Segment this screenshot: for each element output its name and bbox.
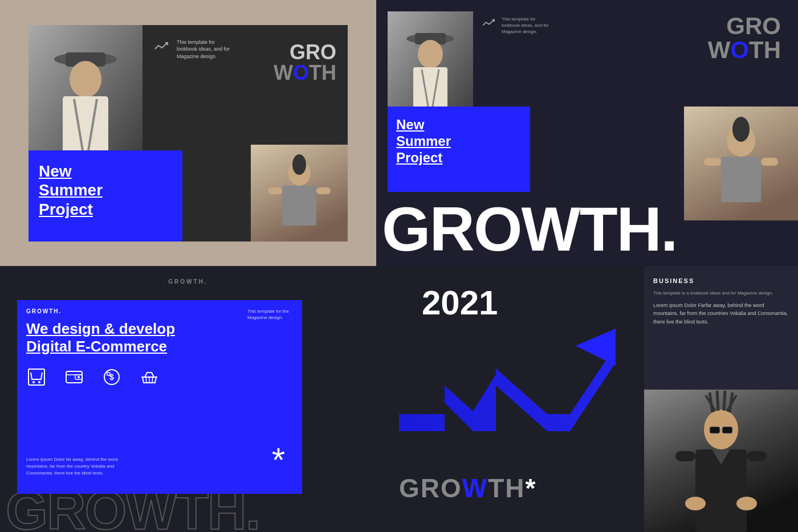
svg-line-45 <box>152 377 153 383</box>
svg-rect-56 <box>710 427 720 433</box>
growth-line2: WOTH <box>274 63 336 83</box>
svg-rect-15 <box>268 187 282 194</box>
q2-trend-icon <box>482 18 498 30</box>
wallet-icon <box>64 367 84 387</box>
svg-rect-32 <box>28 369 44 385</box>
q4-body-text: Lorem ipsum Dolor Farfar away, behind th… <box>644 301 798 326</box>
svg-rect-16 <box>316 187 331 194</box>
svg-rect-31 <box>761 158 778 166</box>
q2-big-growth: GROWTH. <box>382 198 677 260</box>
svg-point-4 <box>70 61 101 97</box>
svg-line-44 <box>146 377 146 383</box>
svg-point-33 <box>32 381 35 383</box>
q2-growth-line1: GRO <box>708 14 781 38</box>
svg-line-51 <box>717 391 718 411</box>
q3-asterisk: * <box>272 440 285 480</box>
q3-growth-label: GROWTH. <box>168 279 207 285</box>
q2-growth-line2: WOTH <box>708 38 781 62</box>
svg-rect-29 <box>721 157 761 202</box>
q4-right-panel: BUSINESS This template is a lookbook ide… <box>644 266 798 532</box>
q2-small-text: This template for lookbook ideas, and fo… <box>502 16 553 35</box>
q3-bottom-text: Lorem ipsum Dolor far away, behind the w… <box>26 456 140 477</box>
svg-point-49 <box>704 410 738 449</box>
card-growth-title: GRO WOTH <box>274 42 336 83</box>
q4-photo <box>644 390 798 532</box>
q2-blue-box-text: New Summer Project <box>388 107 530 176</box>
q3-blue-card: GROWTH. We design & develop Digital E-Co… <box>17 300 302 494</box>
svg-rect-21 <box>413 67 447 112</box>
q2-blue-box: New Summer Project <box>388 107 530 192</box>
q4-year: 2021 <box>422 283 498 322</box>
blue-box-text: New Summer Project <box>28 150 182 231</box>
svg-point-20 <box>418 40 443 68</box>
blue-box: New Summer Project <box>28 150 182 242</box>
svg-point-13 <box>292 154 306 175</box>
svg-point-63 <box>736 497 757 510</box>
quadrant-4: 2021 GROWTH* BUSINESS This template is a… <box>376 266 798 532</box>
q4-chart <box>399 329 616 454</box>
money-icon: $ <box>101 367 122 387</box>
basket-icon <box>139 367 160 387</box>
q2-photo-right <box>684 107 798 220</box>
svg-rect-61 <box>747 451 767 461</box>
svg-rect-60 <box>675 451 695 461</box>
q4-small-desc: This template is a lookbook ideas and fo… <box>644 290 798 297</box>
growth-line1: GRO <box>274 42 336 63</box>
card-small-text: This template for lookbook ideas, and fo… <box>177 39 234 60</box>
svg-rect-57 <box>722 427 732 433</box>
q3-headline: We design & develop Digital E-Commerce <box>17 314 302 361</box>
q4-asterisk: * <box>526 473 537 503</box>
svg-point-37 <box>78 376 80 378</box>
svg-line-52 <box>724 391 725 411</box>
svg-rect-41 <box>107 373 110 375</box>
q3-small-text: This template for the Magazine design. <box>247 308 293 321</box>
q4-growth-label: GROWTH* <box>399 473 536 504</box>
q3-icons-row: $ <box>17 361 302 393</box>
q4-business-label: BUSINESS <box>644 266 798 290</box>
card-slide: This template for lookbook ideas, and fo… <box>28 25 348 242</box>
trend-icon <box>154 41 171 51</box>
quadrant-3: GROWTH. GROWTH. We design & develop Digi… <box>0 266 376 532</box>
svg-rect-30 <box>704 158 721 166</box>
svg-point-62 <box>685 497 706 510</box>
photo-right <box>251 145 348 242</box>
quadrant-1: This template for lookbook ideas, and fo… <box>0 0 376 266</box>
svg-point-28 <box>732 117 750 142</box>
q2-growth-title: GRO WOTH <box>708 14 781 62</box>
trend-icon-area <box>154 41 171 51</box>
quadrant-2: This template for lookbook ideas, and fo… <box>376 0 798 266</box>
cart-icon <box>26 367 47 387</box>
svg-marker-46 <box>399 346 616 431</box>
svg-point-34 <box>38 381 40 383</box>
svg-rect-14 <box>282 186 316 226</box>
svg-marker-47 <box>576 329 616 366</box>
svg-rect-5 <box>63 96 108 153</box>
